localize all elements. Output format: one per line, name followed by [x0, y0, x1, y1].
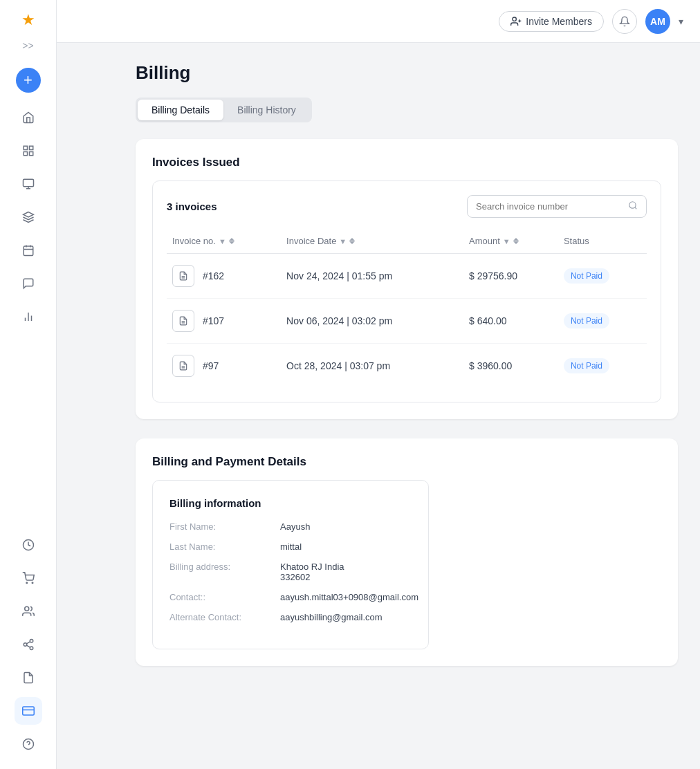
main-content: Billing Billing Details Billing History … [113, 43, 700, 769]
svg-rect-3 [29, 152, 33, 156]
col-amount: Amount ▼ [463, 229, 558, 254]
invoice-date-cell: Nov 24, 2024 | 01:55 pm [281, 254, 463, 299]
invoice-amount-cell: $ 29756.90 [463, 254, 558, 299]
team-icon[interactable] [15, 597, 42, 625]
billing-card-title: Billing information [169, 497, 412, 509]
svg-rect-1 [29, 146, 33, 149]
svg-marker-7 [23, 212, 33, 218]
address-value: Khatoo RJ India332602 [280, 562, 412, 582]
invoice-status-cell: Not Paid [558, 299, 647, 344]
table-row[interactable]: #162 Nov 24, 2024 | 01:55 pm $ 29756.90 … [167, 254, 647, 299]
svg-point-16 [26, 582, 28, 584]
invoice-id-cell: #107 [167, 299, 281, 344]
billing-field-contact: Contact:: aayush.mittal03+0908@gmail.com [169, 592, 412, 602]
search-input[interactable] [476, 201, 623, 212]
sort-icon[interactable] [229, 238, 234, 244]
billing-field-lastname: Last Name: mittal [169, 541, 412, 552]
status-badge: Not Paid [564, 268, 609, 284]
invoice-date-cell: Nov 06, 2024 | 03:02 pm [281, 299, 463, 344]
contact-label: Contact:: [169, 592, 280, 602]
billing-payment-section: Billing and Payment Details Billing info… [136, 438, 678, 666]
lastname-value: mittal [280, 541, 412, 552]
svg-point-28 [513, 17, 516, 21]
billing-field-firstname: First Name: Aayush [169, 521, 412, 532]
billing-section-title: Billing and Payment Details [152, 455, 661, 469]
invoice-id-cell: #97 [167, 344, 281, 389]
invite-icon [510, 16, 522, 27]
invoice-amount-cell: $ 640.00 [463, 299, 558, 344]
tab-billing-history[interactable]: Billing History [223, 100, 310, 120]
add-button[interactable]: + [16, 68, 41, 93]
svg-rect-0 [24, 146, 27, 149]
expand-icon[interactable]: >> [22, 40, 33, 51]
chat-icon[interactable] [15, 270, 42, 297]
svg-point-19 [30, 640, 33, 643]
sort-amount-icon[interactable] [513, 238, 519, 244]
bell-icon [619, 16, 630, 27]
sort-date-icon[interactable] [349, 238, 355, 244]
clock-icon[interactable] [15, 531, 42, 559]
svg-point-18 [24, 606, 28, 611]
filter-date-icon[interactable]: ▼ [339, 237, 347, 245]
svg-rect-2 [24, 152, 27, 156]
share-icon[interactable] [15, 631, 42, 658]
invoice-status-cell: Not Paid [558, 254, 647, 299]
tab-bar: Billing Details Billing History [136, 98, 312, 122]
filter-icon[interactable]: ▼ [219, 237, 226, 245]
chevron-down-icon[interactable]: ▾ [679, 16, 683, 27]
col-invoice-no: Invoice no. ▼ [167, 229, 281, 254]
invoice-count: 3 invoices [167, 201, 217, 212]
help-icon[interactable] [15, 730, 42, 758]
col-status: Status [558, 229, 647, 254]
invoice-id-cell: #162 [167, 254, 281, 299]
star-icon: ★ [21, 11, 35, 29]
contact-value: aayush.mittal03+0908@gmail.com [280, 592, 418, 602]
invite-members-button[interactable]: Invite Members [499, 11, 604, 32]
billing-field-address: Billing address: Khatoo RJ India332602 [169, 562, 412, 582]
table-row[interactable]: #97 Oct 28, 2024 | 03:07 pm $ 3960.00 No… [167, 344, 647, 389]
invoice-date-cell: Oct 28, 2024 | 03:07 pm [281, 344, 463, 389]
invoices-section: Invoices Issued 3 invoices Invoice no. [136, 139, 678, 419]
invoices-card: 3 invoices Invoice no. ▼ [152, 180, 661, 402]
avatar: AM [645, 9, 670, 34]
table-row[interactable]: #107 Nov 06, 2024 | 03:02 pm $ 640.00 No… [167, 299, 647, 344]
svg-point-31 [629, 202, 636, 208]
cart-icon[interactable] [15, 564, 42, 592]
search-icon [628, 201, 638, 212]
invoice-doc-icon [172, 265, 194, 287]
analytics-icon[interactable] [15, 303, 42, 331]
billing-field-alt-contact: Alternate Contact: aayushbilling@gmail.c… [169, 612, 412, 622]
sidebar-bottom [15, 531, 42, 758]
invoice-amount-cell: $ 3960.00 [463, 344, 558, 389]
dashboard-icon[interactable] [15, 137, 42, 165]
page-title: Billing [136, 62, 678, 84]
billing-icon[interactable] [15, 697, 42, 725]
home-icon[interactable] [15, 104, 42, 131]
invoice-doc-icon [172, 310, 194, 332]
status-badge: Not Paid [564, 313, 609, 328]
svg-line-23 [26, 642, 30, 644]
alt-contact-label: Alternate Contact: [169, 612, 280, 622]
address-label: Billing address: [169, 562, 280, 582]
header: Invite Members AM ▾ [57, 0, 700, 43]
svg-rect-8 [24, 246, 33, 256]
filter-amount-icon[interactable]: ▼ [503, 237, 510, 245]
svg-point-17 [32, 582, 33, 584]
firstname-value: Aayush [280, 521, 412, 532]
sidebar: ★ >> + [0, 0, 57, 769]
firstname-label: First Name: [169, 521, 280, 532]
invoice-status-cell: Not Paid [558, 344, 647, 389]
svg-point-21 [30, 647, 33, 650]
invite-label: Invite Members [526, 16, 592, 27]
projects-icon[interactable] [15, 170, 42, 198]
calendar-icon[interactable] [15, 237, 42, 264]
tab-billing-details[interactable]: Billing Details [138, 100, 223, 120]
col-invoice-date: Invoice Date ▼ [281, 229, 463, 254]
search-box[interactable] [467, 195, 647, 218]
document-icon[interactable] [15, 664, 42, 692]
lastname-label: Last Name: [169, 541, 280, 552]
notification-button[interactable] [612, 9, 637, 34]
invoices-header: 3 invoices [167, 195, 647, 218]
invoice-table: Invoice no. ▼ Invoice Date ▼ [167, 229, 647, 388]
layers-icon[interactable] [15, 203, 42, 231]
